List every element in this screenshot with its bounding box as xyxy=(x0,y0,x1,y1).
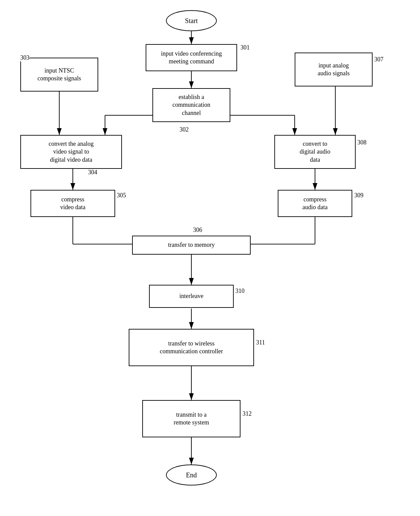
n301-label: input video conferencingmeeting command xyxy=(161,50,222,66)
n311-box: transfer to wirelesscommunication contro… xyxy=(129,329,254,366)
n312-label: transmit to aremote system xyxy=(174,411,209,427)
start-label: Start xyxy=(185,17,198,25)
n307-label: input analogaudio signals xyxy=(318,62,350,78)
n302-box: establish acommunicationchannel xyxy=(152,88,230,122)
n307-ref: 307 xyxy=(374,56,383,63)
n310-ref: 310 xyxy=(235,287,245,295)
n303-label: input NTSCcomposite signals xyxy=(38,67,81,83)
n311-label: transfer to wirelesscommunication contro… xyxy=(160,340,223,356)
n304-label: convert the analogvideo signal todigital… xyxy=(49,140,94,164)
n310-label: interleave xyxy=(180,292,204,300)
n309-box: compressaudio data xyxy=(278,190,352,217)
n307-box: input analogaudio signals xyxy=(295,53,373,86)
n303-box: input NTSCcomposite signals xyxy=(20,58,98,92)
n305-box: compressvideo data xyxy=(30,190,115,217)
n311-ref: 311 xyxy=(256,339,265,346)
n305-label: compressvideo data xyxy=(60,196,85,212)
n306-box: transfer to memory xyxy=(132,236,251,255)
n301-ref: 301 xyxy=(240,44,250,51)
n302-ref: 302 xyxy=(180,126,189,133)
n309-ref: 309 xyxy=(354,192,363,199)
n306-label: transfer to memory xyxy=(168,241,215,249)
n304-ref: 304 xyxy=(88,169,97,176)
n312-ref: 312 xyxy=(243,410,252,417)
n303-ref: 303 xyxy=(20,54,29,61)
n310-box: interleave xyxy=(149,285,234,308)
n309-label: compressaudio data xyxy=(302,196,328,212)
n304-box: convert the analogvideo signal todigital… xyxy=(20,135,122,169)
n306-ref: 306 xyxy=(193,226,202,234)
start-node: Start xyxy=(166,10,217,31)
end-label: End xyxy=(186,471,197,479)
n302-label: establish acommunicationchannel xyxy=(172,93,210,117)
n305-ref: 305 xyxy=(117,192,126,199)
n308-box: convert todigital audiodata xyxy=(274,135,356,169)
n308-label: convert todigital audiodata xyxy=(300,140,330,164)
end-node: End xyxy=(166,464,217,485)
n308-ref: 308 xyxy=(357,139,366,146)
n301-box: input video conferencingmeeting command xyxy=(146,44,237,71)
n312-box: transmit to aremote system xyxy=(142,400,240,437)
